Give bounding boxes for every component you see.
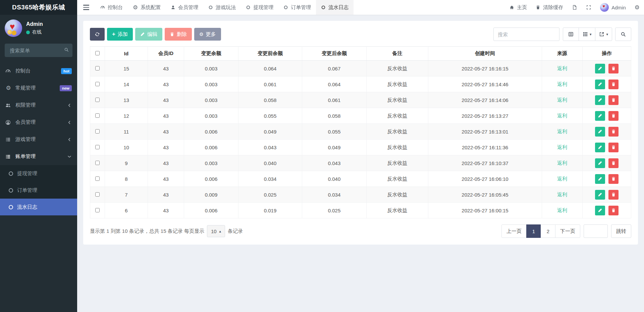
column-header: 变更后余额 (302, 47, 367, 61)
edit-button[interactable]: 编辑 (135, 28, 162, 41)
fullscreen-icon[interactable] (582, 0, 596, 15)
source-link[interactable]: 返利 (557, 65, 567, 71)
refresh-button[interactable] (90, 28, 105, 41)
row-delete-button[interactable] (608, 95, 619, 105)
search-icon (64, 47, 69, 52)
row-delete-button[interactable] (608, 64, 619, 73)
user-circle-icon (5, 120, 11, 125)
tab-orders[interactable]: 订单管理 (278, 0, 316, 15)
sidebar-item-members[interactable]: 会员管理 (0, 114, 77, 131)
row-edit-button[interactable] (595, 95, 605, 105)
sidebar-item-dashboard[interactable]: 控制台 hot (0, 62, 77, 80)
source-link[interactable]: 返利 (557, 97, 567, 103)
row-checkbox[interactable] (95, 129, 100, 134)
tab-dashboard[interactable]: 控制台 (95, 0, 128, 15)
table-row: 9 43 0.003 0.040 0.043 反水收益 2022-05-27 1… (90, 155, 631, 171)
cell-id: 7 (105, 187, 148, 203)
sidebar-item-general[interactable]: ⚙ 常规管理 new (0, 80, 77, 97)
row-edit-button[interactable] (595, 127, 605, 137)
row-checkbox[interactable] (95, 161, 100, 165)
jump-button[interactable]: 跳转 (611, 224, 631, 238)
hamburger-menu-icon[interactable] (77, 0, 95, 15)
page-size-select[interactable]: 10 ▴ (207, 225, 225, 237)
tab-members[interactable]: 会员管理 (166, 0, 203, 15)
row-delete-button[interactable] (608, 190, 619, 200)
table-row: 8 43 0.006 0.034 0.040 反水收益 2022-05-27 1… (90, 171, 631, 187)
export-button[interactable]: ▾ (595, 28, 612, 41)
search-submit-button[interactable] (615, 28, 631, 41)
sidebar-item-bills[interactable]: 账单管理 (0, 148, 77, 165)
row-edit-button[interactable] (595, 158, 605, 168)
row-checkbox[interactable] (95, 66, 100, 70)
tab-game-play[interactable]: 游戏玩法 (203, 0, 241, 15)
tab-withdrawals[interactable]: 提现管理 (241, 0, 278, 15)
delete-button[interactable]: 删除 (165, 28, 192, 41)
trash-icon (536, 5, 540, 10)
page-number[interactable]: 2 (541, 224, 555, 238)
sidebar-item-label: 会员管理 (15, 119, 36, 125)
cell-before-amount: 0.025 (238, 187, 302, 203)
page-number[interactable]: 1 (526, 224, 541, 238)
add-button[interactable]: + 添加 (107, 28, 133, 41)
sidebar-item-orders[interactable]: 订单管理 (0, 182, 77, 199)
table-row: 10 43 0.006 0.043 0.049 反水收益 2022-05-27 … (90, 140, 631, 155)
row-checkbox[interactable] (95, 98, 100, 102)
tab-flow-log[interactable]: 流水日志 (316, 0, 354, 15)
row-checkbox[interactable] (95, 82, 100, 86)
table-search-input[interactable] (493, 28, 559, 41)
row-delete-button[interactable] (608, 158, 619, 168)
clear-cache-button[interactable]: 清除缓存 (531, 0, 568, 15)
row-delete-button[interactable] (608, 143, 619, 152)
source-link[interactable]: 返利 (557, 192, 567, 197)
table-header-row: Id会员ID变更余额变更前余额变更后余额备注创建时间来源操作 (90, 47, 631, 61)
row-edit-button[interactable] (595, 111, 605, 121)
row-edit-button[interactable] (595, 64, 605, 73)
home-button[interactable]: 主页 (505, 0, 531, 15)
row-edit-button[interactable] (595, 206, 605, 215)
select-all-checkbox[interactable] (95, 51, 100, 55)
document-icon[interactable] (568, 0, 582, 15)
source-link[interactable]: 返利 (557, 160, 567, 166)
settings-cogs-icon[interactable]: ⚙ (630, 0, 644, 15)
row-edit-button[interactable] (595, 190, 605, 200)
row-delete-button[interactable] (608, 174, 619, 184)
sidebar-item-withdrawals[interactable]: 提现管理 (0, 165, 77, 182)
row-checkbox[interactable] (95, 208, 100, 212)
page-prev[interactable]: 上一页 (501, 224, 527, 238)
source-link[interactable]: 返利 (557, 81, 567, 87)
row-checkbox-cell (90, 92, 105, 108)
page-next[interactable]: 下一页 (555, 224, 580, 238)
source-link[interactable]: 返利 (557, 128, 567, 134)
source-link[interactable]: 返利 (557, 176, 567, 181)
row-checkbox[interactable] (95, 192, 100, 197)
columns-button[interactable]: ▾ (579, 28, 596, 41)
row-checkbox[interactable] (95, 176, 100, 181)
tab-system-config[interactable]: ⚙ 系统配置 (128, 0, 166, 15)
row-edit-button[interactable] (595, 174, 605, 184)
source-link[interactable]: 返利 (557, 144, 567, 150)
row-checkbox-cell (90, 108, 105, 124)
sidebar-item-permissions[interactable]: 权限管理 (0, 97, 77, 114)
detail-view-button[interactable] (563, 28, 579, 41)
cell-remark: 反水收益 (367, 92, 428, 108)
cell-id: 8 (105, 171, 148, 187)
row-checkbox-cell (90, 155, 105, 171)
sidebar-item-games[interactable]: 游戏管理 (0, 131, 77, 148)
row-checkbox[interactable] (95, 113, 100, 118)
menu-search-input[interactable] (5, 44, 72, 57)
row-delete-button[interactable] (608, 206, 619, 215)
source-link[interactable]: 返利 (557, 113, 567, 118)
user-menu[interactable]: Admin (596, 0, 630, 15)
row-delete-button[interactable] (608, 80, 619, 89)
source-link[interactable]: 返利 (557, 207, 567, 213)
cell-member-id: 43 (148, 61, 184, 76)
row-delete-button[interactable] (608, 127, 619, 137)
more-button[interactable]: ⚙ 更多 (194, 28, 221, 41)
row-edit-button[interactable] (595, 80, 605, 89)
sidebar-item-flow-log[interactable]: 流水日志 (0, 199, 77, 215)
row-edit-button[interactable] (595, 143, 605, 152)
app-logo[interactable]: DS365哈希娱乐城 (0, 0, 77, 15)
jump-page-input[interactable] (584, 224, 608, 238)
row-checkbox[interactable] (95, 145, 100, 149)
row-delete-button[interactable] (608, 111, 619, 121)
